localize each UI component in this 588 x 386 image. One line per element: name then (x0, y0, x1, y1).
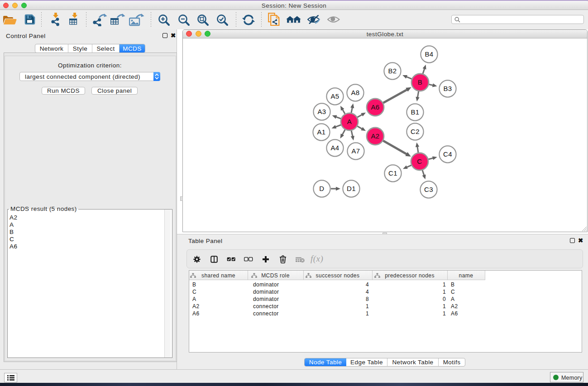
svg-text:C4: C4 (443, 150, 452, 158)
svg-text:A2: A2 (371, 132, 379, 140)
svg-text:A5: A5 (330, 92, 339, 100)
svg-text:D1: D1 (347, 185, 356, 192)
svg-text:B4: B4 (425, 50, 433, 58)
svg-text:C3: C3 (424, 186, 433, 193)
svg-text:A: A (347, 118, 352, 125)
svg-text:A4: A4 (330, 144, 339, 152)
svg-text:D: D (319, 185, 324, 192)
svg-text:A6: A6 (371, 103, 379, 111)
svg-text:A3: A3 (317, 108, 326, 115)
svg-text:B: B (418, 78, 422, 86)
svg-text:A8: A8 (351, 89, 359, 96)
svg-text:A1: A1 (317, 128, 325, 136)
svg-text:A7: A7 (351, 147, 360, 155)
svg-text:B3: B3 (443, 85, 452, 92)
svg-text:C1: C1 (388, 169, 397, 177)
svg-text:C: C (417, 157, 422, 165)
svg-text:B2: B2 (388, 67, 397, 75)
svg-text:C2: C2 (411, 128, 420, 135)
svg-text:B1: B1 (411, 108, 419, 116)
